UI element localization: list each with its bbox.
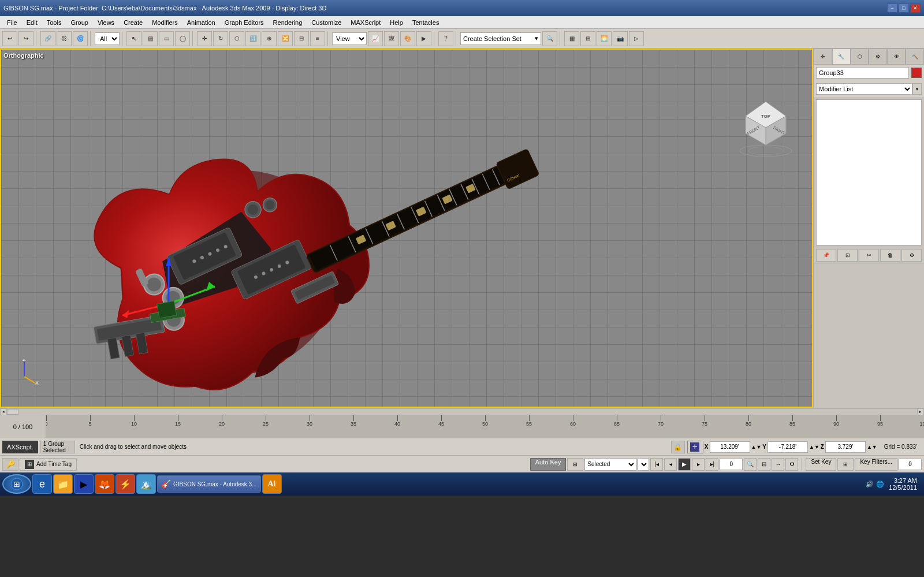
selected-dropdown-arrow[interactable] — [638, 458, 649, 471]
pin-stack-button[interactable]: 📌 — [816, 249, 836, 262]
menu-file[interactable]: File — [2, 16, 22, 28]
unlink-button[interactable]: ⛓ — [57, 31, 72, 46]
taskbar-photo-icon[interactable]: 🏔️ — [136, 474, 156, 494]
material-editor-button[interactable]: 🎨 — [400, 31, 415, 46]
next-frame-button[interactable]: ▸ — [692, 458, 705, 471]
orientation-cube[interactable]: TOP RIGHT FRONT — [737, 96, 795, 154]
menu-group[interactable]: Group — [66, 16, 93, 28]
z-coord-spinner[interactable]: ▲▼ — [867, 444, 877, 450]
y-coord-spinner[interactable]: ▲▼ — [809, 444, 819, 450]
taskbar-maxscript-icon[interactable]: ⚡ — [116, 474, 135, 494]
render-scene-button[interactable]: ⊞ — [580, 31, 595, 46]
taskbar-explorer-icon[interactable]: 📁 — [53, 474, 73, 494]
modifier-list-dropdown[interactable]: ▾ — [912, 83, 922, 95]
key-filters-button[interactable]: Key Filters... — [855, 458, 897, 471]
curve-editor-button[interactable]: 📈 — [368, 31, 383, 46]
tab-motion[interactable]: ⚙ — [869, 49, 887, 65]
taskbar-media-icon[interactable]: ▶ — [74, 474, 94, 494]
use-center-button[interactable]: ⊕ — [262, 31, 277, 46]
create-selection-set[interactable]: Create Selection Set ▾ — [460, 32, 541, 45]
rotate-button[interactable]: ↻ — [213, 31, 228, 46]
close-button[interactable]: ✕ — [910, 3, 921, 13]
menu-customize[interactable]: Customize — [307, 16, 346, 28]
menu-help[interactable]: Help — [385, 16, 408, 28]
menu-maxscript[interactable]: MAXScript — [346, 16, 385, 28]
tab-utilities[interactable]: 🔨 — [906, 49, 924, 65]
taskbar-illustrator-icon[interactable]: Ai — [262, 474, 282, 494]
selected-dropdown[interactable]: Selected — [584, 458, 636, 471]
make-unique-button[interactable]: ✂ — [859, 249, 879, 262]
enviro-effects-button[interactable]: 🌅 — [597, 31, 612, 46]
select-button[interactable]: ↖ — [126, 31, 141, 46]
taskbar-ie-icon[interactable]: e — [32, 474, 52, 494]
tab-hierarchy[interactable]: ⬡ — [851, 49, 869, 65]
key-mode-button[interactable]: ⊞ — [837, 458, 854, 471]
scroll-right[interactable]: ▸ — [917, 408, 924, 415]
tab-modify[interactable]: 🔧 — [832, 49, 851, 65]
layer-button[interactable]: ≡ — [310, 31, 325, 46]
search-button[interactable]: 🔍 — [542, 31, 557, 46]
render-button[interactable]: ▶ — [416, 31, 431, 46]
key-mode-toggle[interactable]: ⊞ — [567, 458, 583, 471]
reference-coord-button[interactable]: 🔢 — [245, 31, 260, 46]
scale-button[interactable]: ⬡ — [229, 31, 244, 46]
lock-button[interactable]: 🔒 — [671, 441, 685, 453]
key-icon[interactable]: 🔑 — [2, 458, 18, 471]
tab-display[interactable]: 👁 — [887, 49, 906, 65]
menu-create[interactable]: Create — [119, 16, 147, 28]
bind-to-space-warp[interactable]: 🌀 — [73, 31, 88, 46]
tab-create[interactable]: ✛ — [814, 49, 832, 65]
menu-animation[interactable]: Animation — [182, 16, 220, 28]
render-to-texture[interactable]: 📷 — [613, 31, 628, 46]
filter-select[interactable]: All — [95, 32, 120, 45]
taskbar-clock[interactable]: 3:27 AM 12/5/2011 — [889, 477, 922, 491]
timeline-scrollbar[interactable]: ◂ ▸ — [0, 408, 924, 415]
zoom-region-time[interactable]: ⊟ — [758, 458, 770, 471]
select-link-button[interactable]: 🔗 — [40, 31, 55, 46]
add-time-tag-button[interactable]: ⊞ Add Time Tag — [20, 458, 77, 471]
y-coord-input[interactable] — [767, 441, 808, 453]
taskbar-active-app[interactable]: 🎸 GIBSON SG.max - Autodesk 3... — [157, 475, 261, 493]
configure-modifier-sets[interactable]: ⚙ — [901, 249, 922, 262]
script-label[interactable]: AXScript. — [2, 441, 38, 453]
time-config-button[interactable]: ⚙ — [785, 458, 798, 471]
start-button[interactable]: ⊞ — [2, 474, 31, 494]
select-by-name-button[interactable]: ▤ — [143, 31, 158, 46]
x-coord-input[interactable] — [710, 441, 750, 453]
zoom-time-button[interactable]: 🔍 — [744, 458, 757, 471]
menu-views[interactable]: Views — [93, 16, 119, 28]
maximize-button[interactable]: □ — [899, 3, 909, 13]
frame-counter[interactable]: 0 / 100 — [0, 415, 46, 438]
undo-button[interactable]: ↩ — [2, 31, 17, 46]
mirror-button[interactable]: 🔀 — [278, 31, 293, 46]
modifier-stack[interactable] — [816, 99, 922, 245]
x-coord-spinner[interactable]: ▲▼ — [751, 444, 762, 450]
menu-tools[interactable]: Tools — [42, 16, 66, 28]
scroll-track[interactable] — [7, 409, 917, 415]
help-button[interactable]: ? — [438, 31, 453, 46]
schematic-view-button[interactable]: 🕸 — [384, 31, 399, 46]
go-to-start-button[interactable]: |◂ — [650, 458, 663, 471]
menu-graph-editors[interactable]: Graph Editors — [220, 16, 269, 28]
render-frame-button[interactable]: ▦ — [564, 31, 579, 46]
set-key-button[interactable]: Set Key — [806, 458, 836, 471]
view-select[interactable]: View — [332, 32, 367, 45]
rect-select-button[interactable]: ▭ — [159, 31, 174, 46]
modifier-list-select[interactable]: Modifier List — [816, 83, 912, 95]
redo-button[interactable]: ↪ — [18, 31, 33, 46]
object-name-input[interactable] — [816, 67, 909, 79]
align-button[interactable]: ⊟ — [294, 31, 309, 46]
ram-player-button[interactable]: ▷ — [629, 31, 644, 46]
go-to-end-button[interactable]: ▸| — [706, 458, 718, 471]
prev-frame-button[interactable]: ◂ — [664, 458, 677, 471]
menu-modifiers[interactable]: Modifiers — [147, 16, 182, 28]
show-end-result-button[interactable]: ⊡ — [837, 249, 858, 262]
pan-time-button[interactable]: ↔ — [772, 458, 784, 471]
current-frame-display[interactable] — [899, 459, 922, 470]
timeline-ruler[interactable]: 0510152025303540455055606570758085909510… — [46, 415, 924, 438]
object-color-swatch[interactable] — [911, 68, 922, 78]
viewport[interactable]: Orthographic — [0, 49, 813, 408]
select-move-button[interactable]: ✛ — [197, 31, 212, 46]
minimize-button[interactable]: − — [887, 3, 897, 13]
z-coord-input[interactable] — [825, 441, 866, 453]
